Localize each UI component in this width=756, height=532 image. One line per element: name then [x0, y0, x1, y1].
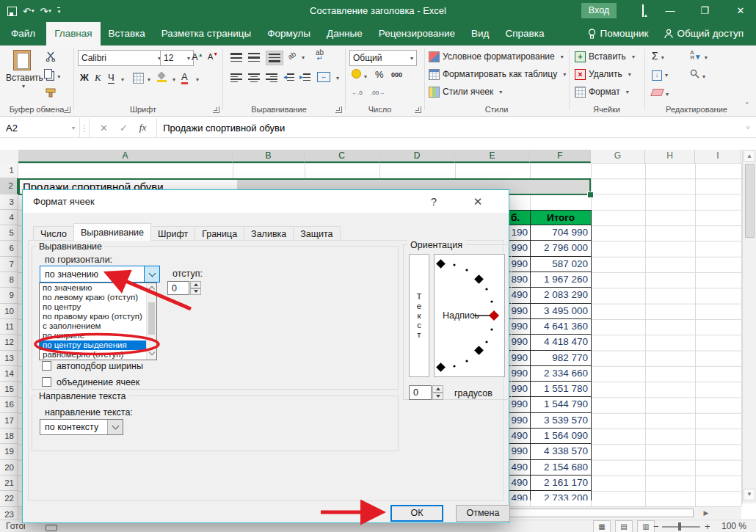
row-header-20[interactable]: 20 [0, 460, 18, 475]
table-cell-fragment[interactable]: 990 [509, 444, 531, 459]
find-select-button[interactable]: ▾ [690, 69, 705, 81]
zoom-out-icon[interactable]: − [653, 521, 659, 532]
table-cell-fragment[interactable]: 990 [509, 257, 531, 272]
dropdown-option[interactable]: равномерно (отступ) [40, 350, 156, 360]
dialog-tab-Выравнивание[interactable]: Выравнивание [73, 223, 151, 241]
row-header-18[interactable]: 18 [0, 429, 18, 444]
tab-Вид[interactable]: Вид [463, 22, 497, 45]
borders-icon[interactable] [133, 73, 144, 84]
underline-button[interactable]: Ч [108, 72, 115, 84]
sign-in-button[interactable]: Вход [581, 3, 617, 18]
tab-assistant[interactable]: Помощник [580, 22, 656, 45]
font-color-button[interactable]: А [181, 71, 188, 84]
collapse-ribbon-icon[interactable]: ⌃ [744, 101, 750, 109]
table-cell-total[interactable]: 3 539 570 [531, 413, 592, 429]
font-size-combo[interactable]: 12▾ [160, 50, 194, 66]
row-header-12[interactable]: 12 [0, 335, 18, 350]
decrease-indent-icon[interactable]: ◂ [283, 73, 294, 81]
row-header-21[interactable]: 21 [0, 475, 18, 491]
formula-input[interactable]: Продажи спортивной обуви [157, 118, 740, 137]
zoom-level[interactable]: 100 % [716, 521, 746, 531]
ribbon-display-options-icon[interactable] [626, 0, 651, 22]
table-cell-total[interactable]: 2 733 200 [531, 491, 592, 500]
copy-button[interactable]: ▾ [44, 69, 60, 81]
autosum-button[interactable]: Σ▾ [652, 50, 664, 62]
tab-Справка[interactable]: Справка [497, 22, 552, 45]
orientation-dial[interactable]: Надпись [434, 254, 505, 377]
row-header-4[interactable]: 4 [0, 210, 18, 225]
merge-center-icon[interactable]: ↔ [317, 72, 330, 82]
underline-dropdown-icon[interactable]: ▾ [121, 76, 124, 83]
table-cell-total[interactable]: 1 564 090 [531, 429, 592, 444]
indent-value[interactable]: 0 [167, 281, 189, 295]
align-center-icon[interactable] [248, 73, 260, 82]
degrees-value[interactable]: 0 [409, 385, 432, 400]
dropdown-scroll-thumb[interactable] [148, 302, 155, 335]
increase-indent-icon[interactable]: ▸ [299, 73, 310, 81]
tab-file[interactable]: Файл [0, 22, 46, 45]
row-header-16[interactable]: 16 [0, 397, 18, 412]
page-break-view-icon[interactable]: ▥ [637, 520, 655, 532]
cell-styles-button[interactable]: Стили ячеек▾ [429, 84, 502, 100]
row-header-13[interactable]: 13 [0, 351, 18, 366]
column-header-I[interactable]: I [695, 150, 741, 163]
formula-bar-splitter[interactable]: ⋮ [80, 118, 90, 137]
dropdown-option[interactable]: по значению [40, 283, 156, 293]
table-cell-fragment[interactable]: 890 [509, 272, 531, 288]
format-painter-button[interactable] [46, 88, 56, 100]
increase-font-icon[interactable]: А▲ [192, 51, 203, 62]
dropdown-option[interactable]: по ширине [40, 331, 156, 340]
row-header-5[interactable]: 5 [0, 225, 18, 241]
paste-button[interactable]: Вставить ▾ [6, 50, 38, 90]
indent-spinner[interactable]: 0 [167, 281, 201, 295]
table-cell-total[interactable]: 4 338 570 [531, 444, 592, 459]
ok-button[interactable]: ОК [390, 505, 443, 522]
row-header-2[interactable]: 2 [0, 178, 18, 194]
clear-button[interactable]: ▾ [652, 88, 669, 98]
table-cell-total[interactable]: 2 334 660 [531, 366, 592, 382]
name-box-dropdown-icon[interactable]: ▾ [72, 125, 75, 131]
indent-up-icon[interactable] [190, 281, 201, 288]
fill-color-dropdown-icon[interactable]: ▾ [172, 76, 175, 83]
row-header-15[interactable]: 15 [0, 382, 18, 397]
cut-button[interactable] [46, 51, 56, 64]
text-direction-combo[interactable]: по контексту [40, 419, 123, 435]
vertical-text-box[interactable]: Текст [409, 254, 429, 377]
row-header-11[interactable]: 11 [0, 319, 18, 335]
dropdown-scroll-up-icon[interactable] [148, 286, 154, 292]
normal-view-icon[interactable]: ▦ [593, 520, 611, 532]
align-left-icon[interactable] [230, 73, 242, 82]
fill-button[interactable]: ↓▾ [652, 69, 668, 81]
number-format-combo[interactable]: Общий▾ [349, 50, 417, 66]
italic-button[interactable]: К [95, 72, 101, 84]
align-middle-icon[interactable] [248, 53, 260, 62]
vertical-scroll-thumb[interactable] [745, 164, 755, 238]
delete-cells-button[interactable]: × Удалить▾ [575, 66, 631, 82]
row-header-6[interactable]: 6 [0, 241, 18, 256]
orientation-icon[interactable]: ab [286, 50, 297, 61]
tab-Рецензирование[interactable]: Рецензирование [371, 22, 463, 45]
tab-Вставка[interactable]: Вставка [101, 22, 153, 45]
font-color-dropdown-icon[interactable]: ▾ [196, 76, 199, 83]
dropdown-option[interactable]: с заполнением [40, 321, 156, 331]
table-cell-fragment[interactable]: 990 [509, 351, 531, 366]
zoom-slider-handle[interactable] [678, 522, 681, 531]
row-header-9[interactable]: 9 [0, 288, 18, 303]
row-header-22[interactable]: 22 [0, 491, 18, 506]
increase-decimal-icon[interactable]: ←.0 [352, 90, 363, 96]
align-right-icon[interactable] [266, 73, 277, 82]
table-cell-total[interactable]: 2 161 170 [531, 475, 592, 491]
tab-Данные[interactable]: Данные [319, 22, 371, 45]
decrease-font-icon[interactable]: А▼ [208, 51, 218, 61]
table-cell-total[interactable]: 3 495 000 [531, 304, 592, 319]
table-cell-fragment[interactable]: 490 [509, 475, 531, 491]
scroll-down-icon[interactable]: ▼ [744, 489, 755, 500]
tab-Разметка страницы[interactable]: Разметка страницы [153, 22, 259, 45]
table-cell-fragment[interactable]: 990 [509, 241, 531, 256]
fill-handle[interactable] [587, 192, 594, 198]
dropdown-option[interactable]: по центру [40, 302, 156, 312]
zoom-slider-track[interactable] [662, 526, 700, 528]
column-header-D[interactable]: D [379, 150, 455, 163]
percent-style-button[interactable]: % [375, 69, 384, 80]
alignment-dialog-launcher-icon[interactable] [335, 106, 342, 113]
